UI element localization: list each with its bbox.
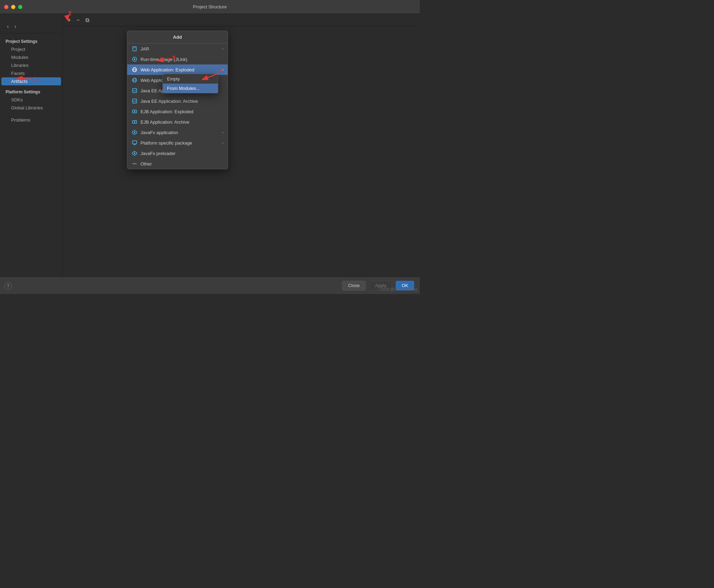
sidebar: ‹ › Project Settings Project Modules Lib… xyxy=(0,14,63,277)
add-menu-javafx[interactable]: JavaFx application › xyxy=(127,127,228,138)
nav-bar: ‹ › xyxy=(0,20,62,33)
main-layout: ‹ › Project Settings Project Modules Lib… xyxy=(0,14,420,277)
svg-text:EE: EE xyxy=(133,100,137,102)
svg-text:EE: EE xyxy=(133,90,137,92)
ejb-exploded-icon xyxy=(131,108,138,115)
web-exploded-arrow: › xyxy=(222,68,223,72)
add-menu-runtime[interactable]: Run-time image (JLink) xyxy=(127,54,228,64)
sidebar-item-artifacts[interactable]: Artifacts xyxy=(1,77,61,85)
svg-marker-3 xyxy=(134,58,136,60)
add-menu-javafx-preloader[interactable]: JavaFx preloader xyxy=(127,148,228,158)
jar-icon xyxy=(131,46,138,52)
sidebar-item-facets[interactable]: Facets xyxy=(1,69,61,77)
add-artifact-button[interactable]: + xyxy=(66,16,73,24)
svg-point-26 xyxy=(134,163,135,164)
svg-point-19 xyxy=(134,132,135,133)
other-icon xyxy=(131,161,138,167)
svg-rect-20 xyxy=(132,141,137,144)
javafx-preloader-icon xyxy=(131,150,138,156)
close-button[interactable]: Close xyxy=(342,281,365,291)
remove-artifact-button[interactable]: − xyxy=(74,16,82,24)
web-archive-icon xyxy=(131,77,138,83)
svg-point-15 xyxy=(134,111,135,112)
sidebar-item-global-libraries[interactable]: Global Libraries xyxy=(1,104,61,112)
help-button[interactable]: ? xyxy=(4,282,12,290)
window-title: Project Structure xyxy=(193,4,227,9)
add-menu-jar[interactable]: JAR › xyxy=(127,44,228,54)
platform-icon xyxy=(131,140,138,146)
add-menu-other[interactable]: Other xyxy=(127,158,228,169)
sidebar-item-project[interactable]: Project xyxy=(1,45,61,53)
toolbar: + − ⧉ xyxy=(63,14,420,26)
svg-rect-0 xyxy=(133,47,136,51)
copy-artifact-button[interactable]: ⧉ xyxy=(83,16,91,24)
sidebar-item-sdks[interactable]: SDKs xyxy=(1,96,61,104)
platform-settings-section: Platform Settings xyxy=(0,87,62,96)
title-bar: Project Structure xyxy=(0,0,420,14)
back-button[interactable]: ‹ xyxy=(6,23,10,30)
content-area: + − ⧉ Add JAR › Run-time image (JLink) xyxy=(63,14,420,277)
svg-point-27 xyxy=(136,163,137,164)
add-menu-popup: Add JAR › Run-time image (JLink) xyxy=(127,31,228,169)
maximize-button[interactable] xyxy=(18,5,22,9)
javafx-icon xyxy=(131,129,138,136)
svg-point-25 xyxy=(133,163,134,164)
svg-point-24 xyxy=(134,153,135,154)
minimize-button[interactable] xyxy=(11,5,15,9)
forward-button[interactable]: › xyxy=(13,23,17,30)
traffic-lights xyxy=(4,5,22,9)
javafx-arrow: › xyxy=(222,130,223,134)
add-menu-ejb-archive[interactable]: EJB Application: Archive xyxy=(127,117,228,127)
add-menu-ejb-exploded[interactable]: EJB Application: Exploded xyxy=(127,106,228,117)
submenu-empty[interactable]: Empty xyxy=(163,74,218,84)
javaee-exploded-icon: EE xyxy=(131,87,138,94)
submenu-popup: Empty From Modules... xyxy=(162,74,218,93)
watermark: CSDN @Chen Jiacheng xyxy=(379,287,417,291)
runtime-icon xyxy=(131,56,138,62)
ejb-archive-icon xyxy=(131,119,138,125)
add-menu-web-exploded[interactable]: Web Application: Exploded › xyxy=(127,64,228,75)
sidebar-item-libraries[interactable]: Libraries xyxy=(1,61,61,69)
bottom-bar: Close Apply OK xyxy=(0,277,420,294)
platform-arrow: › xyxy=(222,141,223,145)
svg-point-17 xyxy=(134,121,135,123)
add-menu-javaee-archive[interactable]: EE Java EE Application: Archive xyxy=(127,96,228,106)
add-menu-platform[interactable]: Platform specific package › xyxy=(127,138,228,148)
project-settings-section: Project Settings xyxy=(0,37,62,45)
sidebar-item-modules[interactable]: Modules xyxy=(1,53,61,61)
sidebar-item-problems[interactable]: Problems xyxy=(1,116,61,124)
add-menu-title: Add xyxy=(127,31,228,44)
jar-arrow: › xyxy=(222,47,223,51)
javaee-archive-icon: EE xyxy=(131,98,138,104)
submenu-from-modules[interactable]: From Modules... xyxy=(163,84,218,93)
close-button[interactable] xyxy=(4,5,8,9)
web-exploded-icon xyxy=(131,67,138,73)
